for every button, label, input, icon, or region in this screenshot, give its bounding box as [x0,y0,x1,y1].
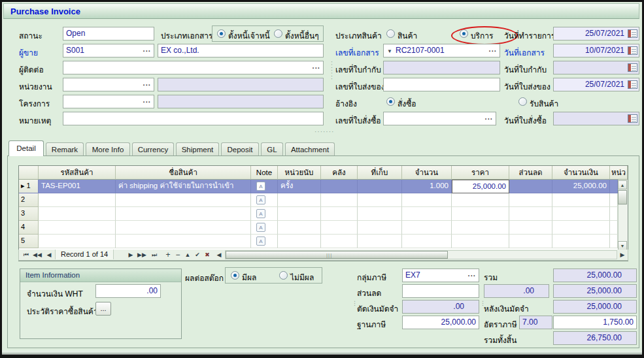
table-row-3[interactable]: 3 A [19,207,628,221]
nav-next-page-button[interactable]: ▶▶ [137,250,147,259]
scroll-down-button[interactable]: ▼ [618,241,627,250]
tax-base-field[interactable]: 25,000.00 [402,316,479,329]
col-header-item-code[interactable]: รหัสสินค้า [39,166,116,180]
nav-post-button[interactable]: ✔ [194,250,201,259]
cell-item-code[interactable] [39,235,116,248]
stock-effect-radio-no[interactable] [279,271,288,280]
doc-type-radio-payable-label[interactable]: ตั้งหนี้เจ้าหนี้ [228,29,270,42]
nav-prev-button[interactable]: ◀ [45,250,53,259]
stock-effect-radio-no-label[interactable]: ไม่มีผล [290,271,314,284]
nav-first-button[interactable]: ⏮ [22,250,31,259]
cell-warehouse[interactable] [321,207,358,221]
cell-discount[interactable] [509,221,552,235]
calendar-icon[interactable] [628,46,637,55]
cell-note[interactable]: A [251,180,278,193]
note-icon[interactable]: A [256,195,265,204]
nav-edit-button[interactable]: ▲ [184,250,192,259]
cell-price-editing[interactable]: 25,000.00 [452,180,509,193]
wht-amount-field[interactable]: .00 [95,284,161,298]
note-icon[interactable]: A [256,223,265,232]
ellipsis-icon[interactable]: ··· [143,47,152,55]
cell-discount[interactable] [509,180,552,193]
cell-note[interactable]: A [251,207,278,221]
note-icon[interactable]: A [256,182,265,191]
nav-last-button[interactable]: ⏭ [150,250,159,259]
vendor-code-field[interactable]: S001 ··· [63,44,154,57]
cell-qty[interactable] [402,221,452,235]
remark-field[interactable] [63,112,324,125]
tab-detail[interactable]: Detail [8,140,44,156]
col-header-unit[interactable]: หน่วยนับ [278,166,321,180]
hscroll-right-button[interactable]: ▶ [619,250,626,259]
cell-item-name[interactable] [116,235,251,248]
tax-amount-field[interactable]: 1,750.00 [553,316,637,329]
cell-discount[interactable] [509,193,552,207]
cell-unit[interactable] [278,235,321,248]
cell-qty[interactable]: 1.000 [402,180,452,193]
tab-attachment[interactable]: Attachment [285,142,335,156]
calendar-icon[interactable] [628,80,637,89]
doc-type-radio-other-label[interactable]: ตั้งหนี้อื่นๆ [285,29,319,42]
col-header-amount[interactable]: จำนวนเงิน [552,166,610,180]
table-row-5[interactable]: 5 A [19,235,628,248]
reference-radio-receive-label[interactable]: รับสินค้า [530,97,558,110]
cell-item-code[interactable] [39,207,116,221]
col-header-note[interactable]: Note [251,166,278,180]
cell-price[interactable] [452,235,509,248]
col-header-rownum[interactable] [19,166,39,180]
cell-qty[interactable] [402,207,452,221]
reference-radio-receive[interactable] [518,97,527,106]
col-header-item-name[interactable]: ชื่อสินค้า [116,166,251,180]
cell-item-name[interactable] [116,193,251,207]
cell-discount[interactable] [509,207,552,221]
scroll-up-button[interactable]: ▲ [618,180,627,189]
doc-no-field[interactable]: ▼ RC2107-0001 ··· [383,44,500,57]
ellipsis-icon[interactable]: ··· [313,64,321,72]
doc-date-field[interactable]: 10/07/2021 [553,44,639,57]
cell-note[interactable]: A [251,193,278,207]
delivery-no-field[interactable] [383,78,500,91]
hscroll-left-button[interactable]: ◀ [215,250,223,259]
nav-next-button[interactable]: ▶ [127,250,135,259]
ellipsis-icon[interactable]: ··· [485,115,494,123]
contact-field[interactable]: ··· [63,61,324,74]
ellipsis-icon[interactable]: ··· [143,81,152,89]
cell-unit[interactable] [278,207,321,221]
tab-deposit[interactable]: Deposit [221,142,259,156]
project-code-field[interactable]: ··· [63,95,154,108]
col-header-clipped[interactable]: หน่ว [610,166,628,180]
table-row-1[interactable]: ▸ 1 TAS-EP001 ค่า shipping ค่าใช้จ่ายในก… [19,180,628,193]
dropdown-icon[interactable]: ▼ [387,48,392,54]
col-header-location[interactable]: ที่เก็บ [358,166,402,180]
cell-warehouse[interactable] [321,221,358,235]
vendor-name-field[interactable]: EX co.,Ltd. [158,44,324,57]
cell-unit[interactable] [278,193,321,207]
cell-note[interactable]: A [251,235,278,248]
cell-note[interactable]: A [251,221,278,235]
cell-item-code[interactable]: TAS-EP001 [39,180,116,193]
doc-type-radio-payable[interactable] [217,29,226,38]
cell-discount[interactable] [509,235,552,248]
tab-more-info[interactable]: More Info [86,142,130,156]
delivery-date-field[interactable]: 25/07/2021 [553,78,639,91]
cell-price[interactable] [452,193,509,207]
ellipsis-icon[interactable]: ··· [468,272,477,280]
note-icon[interactable]: A [256,236,265,246]
cell-item-name[interactable] [116,221,251,235]
cell-location[interactable] [358,235,402,248]
po-no-field[interactable]: ··· [383,112,496,125]
cell-location[interactable] [358,221,402,235]
cell-warehouse[interactable] [321,180,358,193]
status-field[interactable]: Open [63,27,154,41]
cell-unit[interactable] [278,221,321,235]
form-splitter-horizontal[interactable]: ······· [314,128,334,135]
cell-qty[interactable] [402,193,452,207]
col-header-warehouse[interactable]: คลัง [321,166,358,180]
nav-delete-button[interactable]: − [174,250,182,259]
form-splitter-vertical[interactable]: ······· [328,61,335,80]
tab-gl[interactable]: GL [261,142,283,156]
calendar-icon[interactable] [628,29,637,38]
cell-warehouse[interactable] [321,193,358,207]
trans-date-field[interactable]: 25/07/2021 [553,27,639,41]
tab-shipment[interactable]: Shipment [176,142,219,156]
